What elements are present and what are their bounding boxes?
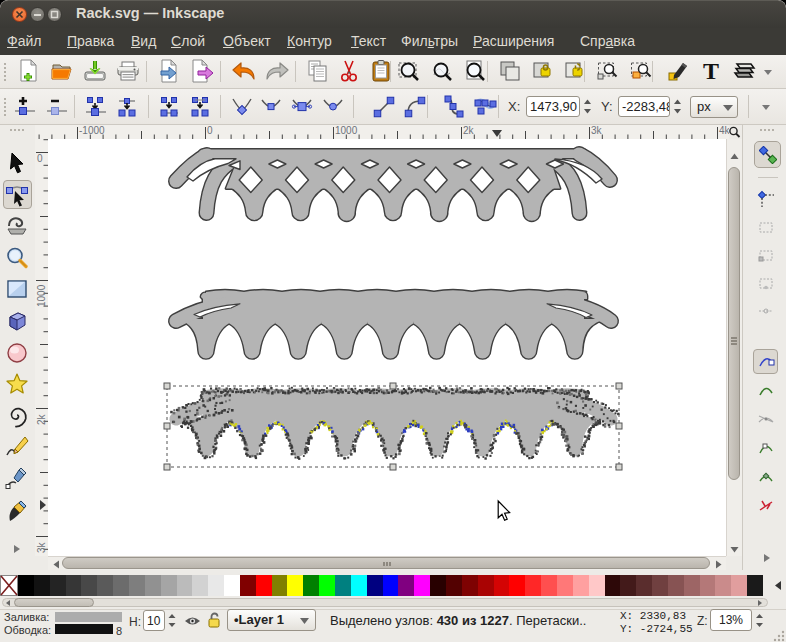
svg-text:-1000: -1000 <box>79 125 105 136</box>
svg-text:1000: 1000 <box>36 284 47 307</box>
svg-text:2k: 2k <box>36 413 47 425</box>
svg-text:1000: 1000 <box>335 125 358 136</box>
svg-text:3k: 3k <box>36 541 47 553</box>
svg-text:0: 0 <box>37 153 43 164</box>
svg-text:2k: 2k <box>463 125 475 136</box>
svg-text:3k: 3k <box>591 125 603 136</box>
svg-text:0: 0 <box>207 125 213 136</box>
